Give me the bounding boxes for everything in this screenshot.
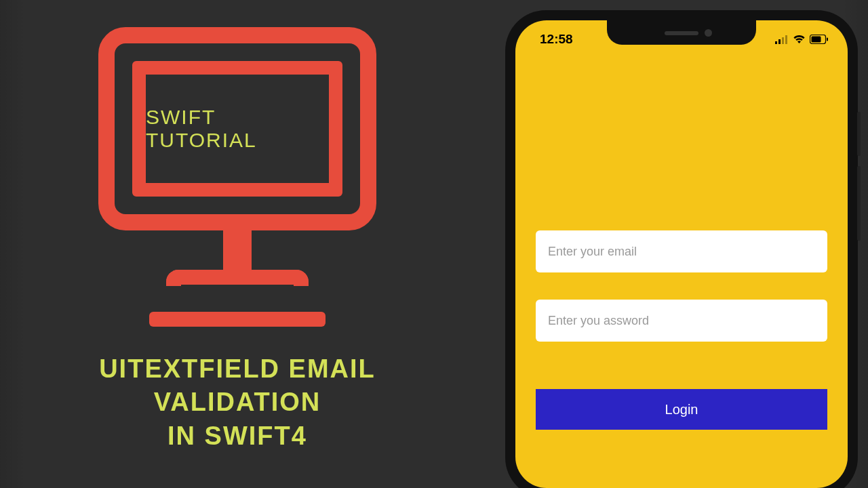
phone-side-button-1	[857, 112, 861, 156]
status-time: 12:58	[540, 32, 573, 47]
email-field[interactable]	[536, 230, 827, 272]
title-block: UITEXTFIELD EMAIL VALIDATION IN SWIFT4	[99, 352, 376, 453]
battery-icon	[810, 35, 829, 44]
phone-screen: 12:58 Login	[515, 20, 848, 488]
monitor-base-line	[149, 312, 326, 327]
signal-icon	[775, 35, 789, 44]
svg-rect-5	[812, 37, 821, 43]
title-line-3: IN SWIFT4	[99, 420, 376, 453]
monitor-neck	[223, 229, 252, 271]
svg-rect-2	[782, 37, 784, 44]
monitor-icon: SWIFT TUTORIAL	[88, 27, 387, 312]
monitor-frame-outer: SWIFT TUTORIAL	[98, 27, 376, 230]
monitor-frame-inner: SWIFT TUTORIAL	[132, 61, 342, 197]
title-line-2: VALIDATION	[99, 386, 376, 419]
left-panel: SWIFT TUTORIAL UITEXTFIELD EMAIL VALIDAT…	[0, 0, 475, 488]
login-button[interactable]: Login	[536, 389, 827, 430]
svg-rect-6	[827, 38, 828, 41]
svg-rect-3	[785, 35, 787, 44]
login-form: Login	[515, 230, 848, 430]
phone-side-button-2	[857, 166, 861, 241]
wifi-icon	[793, 35, 806, 44]
phone-notch	[607, 20, 756, 45]
svg-rect-0	[775, 41, 777, 44]
phone-mockup: 12:58 Login	[505, 10, 858, 488]
title-line-1: UITEXTFIELD EMAIL	[99, 352, 376, 386]
monitor-base	[166, 270, 309, 286]
svg-rect-1	[778, 39, 781, 44]
status-icons	[775, 35, 829, 44]
monitor-label: SWIFT TUTORIAL	[146, 106, 329, 152]
password-field[interactable]	[536, 300, 827, 342]
